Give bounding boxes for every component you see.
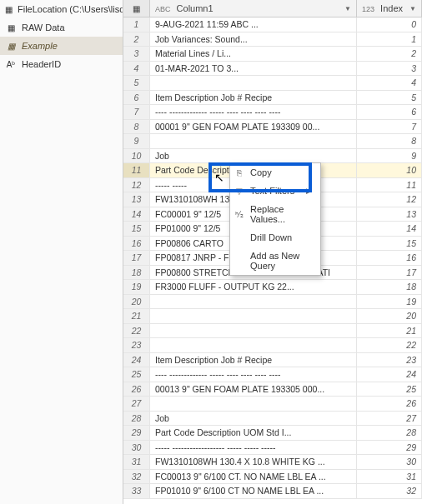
cell-column1[interactable] xyxy=(150,324,357,338)
table-row[interactable]: 2 Job Variances: Sound...1 xyxy=(123,32,422,47)
cell-index[interactable]: 27 xyxy=(357,412,422,426)
cell-column1[interactable]: FC00013 9" 6/100 CT. NO NAME LBL EA ... xyxy=(150,470,357,484)
cell-index[interactable]: 29 xyxy=(357,441,422,455)
table-row[interactable]: 2726 xyxy=(123,397,422,412)
cell-column1[interactable]: FW1310108WH 130.4 X 10.8 WHITE KG ... xyxy=(150,455,357,469)
table-row[interactable]: 30 ----- ------------------ ----- ----- … xyxy=(123,441,422,456)
cell-column1[interactable]: Job xyxy=(150,412,357,426)
cell-column1[interactable]: ----- ------------------ ----- ----- ---… xyxy=(150,441,357,455)
cell-column1[interactable]: Job Variances: Sound... xyxy=(150,32,357,47)
cell-index[interactable]: 0 xyxy=(357,17,422,32)
cell-column1[interactable]: Item Description Job # Recipe xyxy=(150,353,357,367)
ctx-copy[interactable]: ⎘ Copy xyxy=(230,163,320,182)
cell-column1[interactable]: 00013 9" GEN FOAM PLATE 193305 000... xyxy=(150,382,357,397)
cell-column1[interactable]: 01-MAR-2021 TO 3... xyxy=(150,62,357,76)
ctx-add-new-query[interactable]: Add as New Query xyxy=(230,247,320,275)
cell-column1[interactable] xyxy=(150,76,357,90)
cell-column1[interactable]: Part Code Description UOM Std I... xyxy=(150,426,357,440)
table-row[interactable]: 2019 xyxy=(123,295,422,310)
table-row[interactable]: 7---- ------------- ----- ---- ---- ----… xyxy=(123,105,422,120)
table-row[interactable]: 32 FC00013 9" 6/100 CT. NO NAME LBL EA .… xyxy=(123,470,422,485)
table-row[interactable]: 98 xyxy=(123,134,422,149)
cell-index[interactable]: 31 xyxy=(357,470,422,484)
cell-index[interactable]: 14 xyxy=(357,222,422,236)
row-number: 8 xyxy=(123,120,150,134)
table-row[interactable]: 29 Part Code Description UOM Std I...28 xyxy=(123,426,422,441)
ctx-drill-down[interactable]: Drill Down xyxy=(230,228,320,247)
table-icon: ▦ xyxy=(5,3,13,15)
cell-index[interactable]: 17 xyxy=(357,266,422,280)
cell-index[interactable]: 22 xyxy=(357,338,422,352)
cell-column1[interactable]: FR3000 FLUFF - OUTPUT KG 22... xyxy=(150,280,357,294)
table-row[interactable]: 25---- ------------- ----- ---- ---- ---… xyxy=(123,367,422,382)
table-row[interactable]: 2600013 9" GEN FOAM PLATE 193305 000...2… xyxy=(123,382,422,397)
cell-column1[interactable] xyxy=(150,295,357,309)
table-row[interactable]: 4 01-MAR-2021 TO 3...3 xyxy=(123,62,422,77)
cell-index[interactable]: 6 xyxy=(357,105,422,119)
nav-rawdata[interactable]: ▦ RAW Data xyxy=(0,18,123,37)
table-row[interactable]: 19-AUG-2021 11:59 ABC ...0 xyxy=(123,17,422,32)
cell-index[interactable]: 18 xyxy=(357,280,422,294)
cell-index[interactable]: 4 xyxy=(357,76,422,90)
table-row[interactable]: 33 FP01010 9" 6/100 CT NO NAME LBL EA ..… xyxy=(123,484,422,499)
cell-index[interactable]: 7 xyxy=(357,120,422,134)
table-row[interactable]: 2120 xyxy=(123,309,422,324)
cell-index[interactable]: 23 xyxy=(357,353,422,367)
cell-index[interactable]: 32 xyxy=(357,484,422,498)
table-row[interactable]: 6Item Description Job # Recipe5 xyxy=(123,91,422,106)
cell-index[interactable]: 12 xyxy=(357,192,422,207)
row-number: 15 xyxy=(123,222,150,236)
cell-index[interactable]: 8 xyxy=(357,134,422,148)
cell-column1[interactable] xyxy=(150,338,357,352)
table-row[interactable]: 24Item Description Job # Recipe23 xyxy=(123,353,422,368)
table-row[interactable]: 31 FW1310108WH 130.4 X 10.8 WHITE KG ...… xyxy=(123,455,422,470)
table-row[interactable]: 800001 9" GEN FOAM PLATE 193309 00...7 xyxy=(123,120,422,135)
ctx-replace-values[interactable]: ʰ⁄₂ Replace Values... xyxy=(230,200,320,228)
dropdown-icon[interactable]: ▼ xyxy=(409,5,416,12)
cell-index[interactable]: 15 xyxy=(357,237,422,251)
cell-index[interactable]: 20 xyxy=(357,309,422,323)
cell-index[interactable]: 19 xyxy=(357,295,422,309)
table-row[interactable]: 3 Material Lines / Li...2 xyxy=(123,47,422,62)
table-row[interactable]: 28 Job27 xyxy=(123,412,422,427)
cell-index[interactable]: 26 xyxy=(357,397,422,411)
cell-index[interactable]: 1 xyxy=(357,32,422,47)
cell-index[interactable]: 11 xyxy=(357,178,422,192)
index-header[interactable]: 123 Index ▼ xyxy=(357,0,422,17)
cell-index[interactable]: 28 xyxy=(357,426,422,440)
cell-column1[interactable] xyxy=(150,397,357,411)
rownum-header[interactable]: ▦ xyxy=(123,0,150,17)
cell-index[interactable]: 9 xyxy=(357,149,422,163)
cell-column1[interactable]: ---- ------------- ----- ---- ---- ---- … xyxy=(150,105,357,119)
cell-column1[interactable] xyxy=(150,309,357,323)
table-row[interactable]: 54 xyxy=(123,76,422,91)
nav-example[interactable]: ▦ Example xyxy=(0,37,123,55)
cell-index[interactable]: 13 xyxy=(357,207,422,222)
table-row[interactable]: 2221 xyxy=(123,324,422,339)
cell-index[interactable]: 5 xyxy=(357,91,422,105)
cell-column1[interactable]: FP01010 9" 6/100 CT NO NAME LBL EA ... xyxy=(150,484,357,498)
nav-filelocation[interactable]: ▦ FileLocation (C:\Users\lisde... xyxy=(0,0,123,18)
cell-index[interactable]: 2 xyxy=(357,47,422,61)
ctx-text-filters[interactable]: ▽ Text Filters ▶ xyxy=(230,182,320,200)
cell-index[interactable]: 24 xyxy=(357,367,422,382)
column1-header[interactable]: ABC Column1 ▼ xyxy=(150,0,357,17)
table-row[interactable]: 19 FR3000 FLUFF - OUTPUT KG 22...18 xyxy=(123,280,422,295)
cell-index[interactable]: 16 xyxy=(357,251,422,265)
cell-column1[interactable]: ---- ------------- ----- ---- ---- ---- … xyxy=(150,367,357,382)
cell-index[interactable]: 3 xyxy=(357,62,422,76)
cell-index[interactable]: 30 xyxy=(357,455,422,469)
table-row[interactable]: 2322 xyxy=(123,338,422,353)
cell-column1[interactable]: Job xyxy=(150,149,357,163)
cell-index[interactable]: 21 xyxy=(357,324,422,338)
cell-column1[interactable] xyxy=(150,134,357,148)
cell-column1[interactable]: Item Description Job # Recipe xyxy=(150,91,357,105)
cell-index[interactable]: 25 xyxy=(357,382,422,397)
nav-headerid[interactable]: Aᵇ HeaderID xyxy=(0,55,123,73)
cell-index[interactable]: 10 xyxy=(357,163,422,177)
table-row[interactable]: 10 Job9 xyxy=(123,149,422,164)
cell-column1[interactable]: 9-AUG-2021 11:59 ABC ... xyxy=(150,17,357,32)
cell-column1[interactable]: Material Lines / Li... xyxy=(150,47,357,61)
dropdown-icon[interactable]: ▼ xyxy=(344,5,351,12)
cell-column1[interactable]: 00001 9" GEN FOAM PLATE 193309 00... xyxy=(150,120,357,134)
